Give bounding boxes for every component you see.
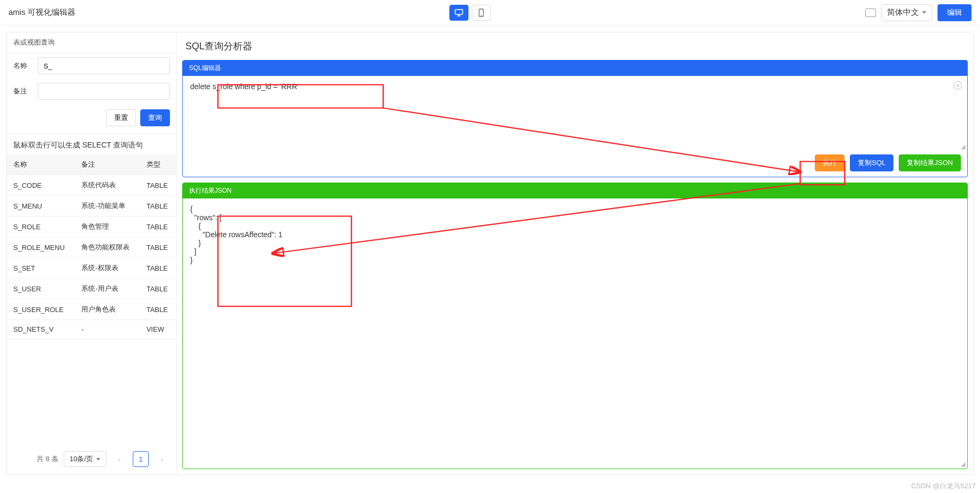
per-page-select[interactable]: 10条/页 bbox=[64, 451, 106, 467]
svg-point-4 bbox=[481, 15, 482, 16]
page-1[interactable]: 1 bbox=[133, 451, 149, 467]
sql-actions: 执行 复制SQL 复制结果JSON bbox=[183, 151, 967, 177]
cell-type: TABLE bbox=[140, 196, 176, 217]
table-row[interactable]: S_MENU系统-功能菜单TABLE bbox=[7, 196, 176, 217]
cell-name: S_ROLE_MENU bbox=[7, 237, 75, 258]
table-row[interactable]: SD_NETS_V-VIEW bbox=[7, 320, 176, 339]
cell-remark: 系统-权限表 bbox=[75, 258, 140, 279]
sql-editor-head: SQL编辑器 bbox=[183, 60, 967, 76]
col-name: 名称 bbox=[7, 154, 75, 175]
remark-label: 备注 bbox=[13, 87, 32, 96]
page-next[interactable]: › bbox=[154, 451, 170, 467]
sql-textarea[interactable] bbox=[190, 82, 960, 137]
cell-name: S_USER_ROLE bbox=[7, 299, 75, 320]
name-input[interactable] bbox=[38, 57, 170, 74]
cell-remark: - bbox=[75, 320, 140, 339]
cell-name: S_USER bbox=[7, 279, 75, 299]
topbar: amis 可视化编辑器 简体中文 编辑 bbox=[0, 0, 980, 25]
cell-remark: 系统-功能菜单 bbox=[75, 196, 140, 217]
clear-icon[interactable]: ✕ bbox=[953, 81, 962, 90]
language-label: 简体中文 bbox=[887, 7, 919, 18]
cell-type: TABLE bbox=[140, 279, 176, 299]
sidebar-hint: 鼠标双击行可以生成 SELECT 查询语句 bbox=[7, 134, 176, 154]
language-select[interactable]: 简体中文 bbox=[881, 4, 932, 21]
chevron-down-icon bbox=[96, 458, 100, 461]
app-title: amis 可视化编辑器 bbox=[8, 7, 75, 18]
name-row: 名称 bbox=[7, 53, 176, 79]
pagination-total: 共 8 条 bbox=[37, 454, 58, 464]
table-row[interactable]: S_ROLE_MENU角色功能权限表TABLE bbox=[7, 237, 176, 258]
sidebar: 表或视图查询 名称 备注 重置 查询 鼠标双击行可以生成 SELECT 查询语句… bbox=[7, 32, 177, 474]
cell-name: S_SET bbox=[7, 258, 75, 279]
table-row[interactable]: S_ROLE角色管理TABLE bbox=[7, 217, 176, 237]
main: SQL查询分析器 SQL编辑器 ✕ ◢ 执行 复制SQL 复制结果JSON 执行… bbox=[177, 32, 973, 474]
cell-type: TABLE bbox=[140, 237, 176, 258]
main-title: SQL查询分析器 bbox=[177, 32, 973, 60]
page-prev[interactable]: ‹ bbox=[112, 451, 127, 467]
cell-remark: 用户角色表 bbox=[75, 299, 140, 320]
svg-rect-0 bbox=[455, 10, 463, 14]
sql-editor: ✕ bbox=[183, 76, 967, 143]
cell-remark: 角色功能权限表 bbox=[75, 237, 140, 258]
cell-type: TABLE bbox=[140, 299, 176, 320]
result-section: 执行结果JSON { "rows": [ { "Delete rowsAffec… bbox=[182, 183, 968, 469]
cell-remark: 系统代码表 bbox=[75, 175, 140, 196]
canvas: 表或视图查询 名称 备注 重置 查询 鼠标双击行可以生成 SELECT 查询语句… bbox=[6, 32, 974, 475]
cell-type: TABLE bbox=[140, 258, 176, 279]
table-header-row: 名称 备注 类型 bbox=[7, 154, 176, 175]
copy-sql-button[interactable]: 复制SQL bbox=[850, 154, 893, 171]
cell-name: S_CODE bbox=[7, 175, 75, 196]
pagination: 共 8 条 10条/页 ‹ 1 › bbox=[7, 444, 176, 474]
device-switch bbox=[75, 5, 865, 21]
cell-remark: 系统-用户表 bbox=[75, 279, 140, 299]
table-row[interactable]: S_CODE系统代码表TABLE bbox=[7, 175, 176, 196]
device-mobile-button[interactable] bbox=[472, 5, 491, 21]
resize-handle[interactable]: ◢ bbox=[959, 461, 967, 469]
cell-name: S_MENU bbox=[7, 196, 75, 217]
device-desktop-button[interactable] bbox=[449, 5, 468, 21]
name-label: 名称 bbox=[13, 61, 32, 71]
col-type: 类型 bbox=[140, 154, 176, 175]
result-json: { "rows": [ { "Delete rowsAffected": 1 }… bbox=[183, 198, 967, 461]
copy-json-button[interactable]: 复制结果JSON bbox=[899, 154, 961, 171]
cell-name: SD_NETS_V bbox=[7, 320, 75, 339]
workspace: 表或视图查询 名称 备注 重置 查询 鼠标双击行可以生成 SELECT 查询语句… bbox=[0, 25, 980, 481]
edit-button[interactable]: 编辑 bbox=[938, 4, 972, 21]
sql-editor-section: SQL编辑器 ✕ ◢ 执行 复制SQL 复制结果JSON bbox=[182, 60, 968, 177]
reset-button[interactable]: 重置 bbox=[106, 109, 136, 126]
resize-handle[interactable]: ◢ bbox=[959, 143, 967, 151]
cell-type: TABLE bbox=[140, 175, 176, 196]
result-head: 执行结果JSON bbox=[183, 183, 967, 198]
desktop-icon bbox=[455, 9, 463, 16]
watermark: CSDN @白龙马5217 bbox=[911, 481, 976, 491]
query-button[interactable]: 查询 bbox=[140, 109, 170, 126]
remark-row: 备注 bbox=[7, 79, 176, 104]
cell-remark: 角色管理 bbox=[75, 217, 140, 237]
cell-type: VIEW bbox=[140, 320, 176, 339]
tables-list: 名称 备注 类型 S_CODE系统代码表TABLES_MENU系统-功能菜单TA… bbox=[7, 154, 176, 339]
table-row[interactable]: S_SET系统-权限表TABLE bbox=[7, 258, 176, 279]
table-row[interactable]: S_USER_ROLE用户角色表TABLE bbox=[7, 299, 176, 320]
cell-type: TABLE bbox=[140, 217, 176, 237]
form-actions: 重置 查询 bbox=[7, 104, 176, 134]
table-row[interactable]: S_USER系统-用户表TABLE bbox=[7, 279, 176, 299]
col-remark: 备注 bbox=[75, 154, 140, 175]
keyboard-icon[interactable] bbox=[865, 8, 876, 17]
remark-input[interactable] bbox=[38, 83, 170, 100]
sidebar-panel-title: 表或视图查询 bbox=[7, 32, 176, 53]
execute-button[interactable]: 执行 bbox=[815, 154, 845, 171]
mobile-icon bbox=[479, 8, 484, 17]
cell-name: S_ROLE bbox=[7, 217, 75, 237]
chevron-down-icon bbox=[922, 11, 926, 14]
per-page-label: 10条/页 bbox=[70, 454, 93, 464]
